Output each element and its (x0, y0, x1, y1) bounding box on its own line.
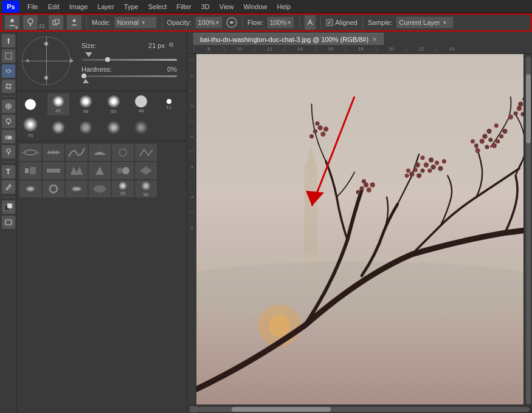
brush-pattern-9[interactable] (66, 162, 88, 179)
brush-label-75: 75 (28, 133, 33, 138)
menu-select[interactable]: Select (144, 2, 171, 12)
tool-divider2 (2, 162, 15, 162)
screen-mode[interactable] (2, 216, 15, 229)
size-slider[interactable] (81, 59, 177, 61)
crop-tool[interactable] (2, 80, 15, 93)
move-tool[interactable] (2, 34, 15, 47)
brush-pattern-15[interactable] (66, 180, 88, 197)
image-tab[interactable]: bai-thu-do-washington-duc-chat-3.jpg @ 1… (193, 33, 384, 45)
ruler-mark-10: 10 (224, 47, 254, 52)
menu-filter[interactable]: Filter (172, 2, 195, 12)
brush-pattern-1[interactable] (19, 144, 41, 161)
hardness-slider[interactable] (81, 75, 177, 77)
brush-num-50[interactable]: 50 (135, 180, 157, 197)
sample-label: Sample: (368, 19, 392, 26)
brush-item-medium-soft-2[interactable] (75, 117, 97, 138)
pen-tool[interactable] (2, 180, 15, 194)
marquee-tool[interactable] (2, 49, 15, 63)
menu-layer[interactable]: Layer (93, 2, 119, 12)
flow-input[interactable]: 100% ▼ (267, 16, 294, 29)
size-row: Size: 21 px ⚙ (77, 39, 182, 52)
brush-item-large-soft[interactable]: 75 (19, 117, 41, 138)
brush-item-xlarge-soft[interactable] (130, 117, 152, 138)
flow-label: Flow: (247, 19, 263, 26)
horizontal-scrollbar[interactable] (198, 407, 530, 412)
svg-point-1 (28, 19, 33, 24)
menu-view[interactable]: View (215, 2, 238, 12)
healing-brush-tool[interactable] (2, 100, 15, 113)
vertical-scrollbar[interactable] (526, 56, 531, 404)
brush-settings-btn[interactable]: ⚙ (168, 41, 177, 50)
foreground-bg-color[interactable] (2, 200, 15, 214)
person2-icon-btn[interactable] (67, 15, 81, 30)
menu-3d[interactable]: 3D (197, 2, 214, 12)
brush-pattern-4[interactable] (89, 144, 111, 161)
pen-pressure-icon[interactable] (305, 15, 316, 30)
aligned-checkbox[interactable]: ✓ (326, 19, 333, 26)
brush-pattern-5[interactable] (112, 144, 134, 161)
brush-pattern-14[interactable] (43, 180, 64, 197)
brush-pattern-16[interactable] (89, 180, 111, 197)
airbrush-toggle[interactable] (226, 17, 237, 28)
brush-pattern-6[interactable] (135, 144, 157, 161)
svg-rect-25 (5, 220, 12, 225)
photo-canvas (196, 54, 523, 404)
svg-rect-35 (30, 167, 36, 174)
brush-pattern-8[interactable] (43, 162, 64, 179)
brush-item-hard-white[interactable] (19, 94, 41, 115)
brush-item-hard-48[interactable]: 48 (130, 94, 152, 115)
sample-dropdown[interactable]: Current Layer ▼ (396, 16, 454, 29)
opacity-input[interactable]: 100% ▼ (195, 16, 223, 29)
clone-icon-btn[interactable] (49, 15, 63, 30)
h-scroll-thumb[interactable] (232, 407, 331, 412)
ruler-v-6: 6 (189, 212, 194, 242)
brush-panel: Size: 21 px ⚙ Hardne (17, 32, 187, 413)
brush-num-25[interactable]: 25 (112, 180, 134, 197)
menu-file[interactable]: File (23, 2, 43, 12)
brush-pattern-12[interactable] (135, 162, 157, 179)
size-label: Size: (81, 42, 143, 49)
brush-pattern-3[interactable] (66, 144, 88, 161)
menu-window[interactable]: Window (239, 2, 271, 12)
mode-dropdown[interactable]: Normal ▼ (114, 16, 157, 29)
brush-pattern-11[interactable] (112, 162, 134, 179)
divider2 (162, 16, 162, 29)
brush-label-48: 48 (139, 108, 144, 114)
brush-pattern-13[interactable] (19, 180, 41, 197)
flow-value: 100% (270, 19, 287, 26)
tab-close-btn[interactable]: × (372, 35, 377, 44)
clone-stamp-tool[interactable] (2, 115, 15, 128)
divider3 (242, 16, 243, 29)
svg-marker-8 (7, 38, 10, 44)
ruler-mark-18: 18 (345, 47, 376, 52)
brush-item-medium-soft-1[interactable] (47, 117, 69, 138)
brush-tool-icon[interactable] (23, 15, 38, 30)
aligned-option[interactable]: ✓ Aligned (326, 19, 358, 26)
brush-label-53: 53 (111, 109, 116, 114)
brush-dot-top (44, 42, 48, 46)
menu-image[interactable]: Image (65, 2, 92, 12)
eraser-tool[interactable] (2, 130, 15, 143)
opacity-label: Opacity: (167, 19, 192, 26)
brush-item-soft-53[interactable]: 53 (103, 94, 125, 115)
brush-pattern-7[interactable] (19, 162, 41, 179)
ruler-left: 1 2 3 4 5 6 (187, 54, 196, 404)
lasso-tool[interactable] (2, 64, 15, 78)
v-scroll-thumb[interactable] (526, 74, 531, 144)
brush-label-11: 11 (166, 104, 171, 110)
svg-rect-34 (25, 168, 29, 173)
menu-type[interactable]: Type (120, 2, 143, 12)
brush-item-soft-56[interactable]: 56 (75, 94, 97, 115)
canvas-right-panel (523, 54, 532, 404)
menu-edit[interactable]: Edit (44, 2, 64, 12)
brush-pattern-10[interactable] (89, 162, 111, 179)
brush-item-tiny-11[interactable]: 11 (158, 94, 180, 115)
brush-item-soft-45[interactable]: 45 (47, 94, 69, 115)
options-bar: ▼ 21 Mode: Normal ▼ Opacity: 100% ▼ (0, 13, 532, 32)
brush-item-large-soft-2[interactable] (103, 117, 125, 138)
brush-pattern-2[interactable] (43, 144, 64, 161)
dodge-tool[interactable] (2, 145, 15, 159)
ruler-mark-16: 16 (315, 47, 345, 52)
menu-help[interactable]: Help (273, 2, 295, 12)
type-tool[interactable]: T (2, 165, 15, 179)
